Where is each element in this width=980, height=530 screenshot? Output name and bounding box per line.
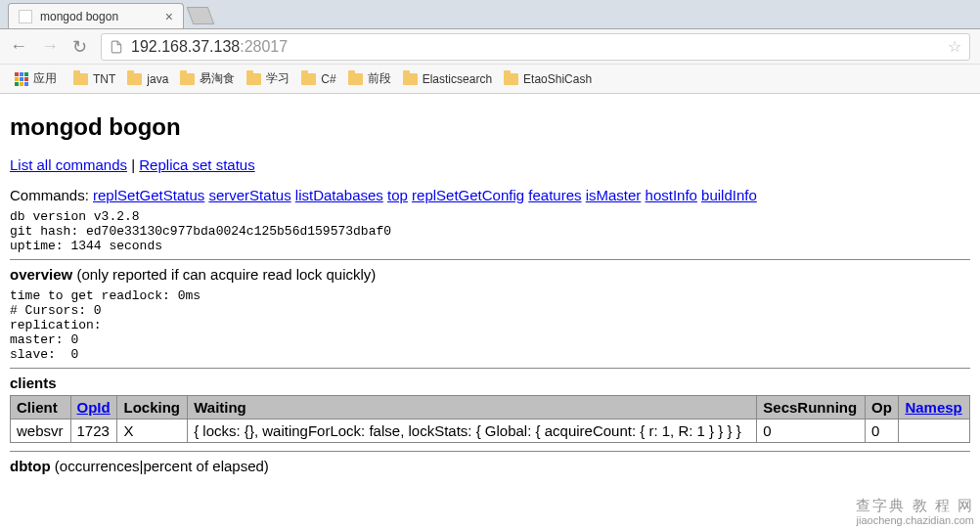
cmd-replsetgetconfig[interactable]: replSetGetConfig [412, 187, 524, 203]
overview-title: overview (only reported if can acquire r… [10, 266, 970, 283]
version-block: db version v3.2.8 git hash: ed70e33130c9… [10, 209, 970, 253]
divider [10, 368, 970, 369]
divider [10, 259, 970, 260]
reload-button[interactable]: ↻ [72, 36, 87, 58]
folder-icon [301, 73, 316, 85]
namesp-sort-link[interactable]: Namesp [905, 399, 961, 416]
bookmark-etaoshicash[interactable]: EtaoShiCash [504, 72, 592, 86]
dbtop-title: dbtop (occurrences|percent of elapsed) [10, 458, 970, 474]
cell-secs: 0 [757, 420, 866, 443]
page-content: mongod bogon List all commands | Replica… [0, 94, 980, 486]
table-row: websvr 1723 X { locks: {}, waitingForLoc… [11, 420, 970, 443]
cell-waiting: { locks: {}, waitingForLock: false, lock… [188, 420, 757, 443]
cell-ns [899, 420, 970, 443]
cmd-top[interactable]: top [387, 187, 408, 203]
divider [10, 451, 970, 452]
folder-icon [403, 73, 418, 85]
folder-icon [180, 73, 195, 85]
cell-client: websvr [11, 420, 71, 443]
apps-grid-icon [15, 72, 28, 86]
replica-set-status-link[interactable]: Replica set status [139, 156, 254, 173]
browser-tab[interactable]: mongod bogon × [8, 3, 184, 28]
bookmark-csharp[interactable]: C# [301, 72, 335, 86]
bookmark-qianduan[interactable]: 前段 [348, 70, 391, 87]
cmd-replsetgetstatus[interactable]: replSetGetStatus [93, 187, 204, 203]
bookmarks-bar: 应用 TNT java 易淘食 学习 C# 前段 Elasticsearch E… [0, 65, 980, 94]
list-all-commands-link[interactable]: List all commands [10, 156, 127, 173]
forward-button[interactable]: → [41, 36, 59, 57]
cmd-serverstatus[interactable]: serverStatus [208, 187, 290, 203]
tab-title: mongod bogon [40, 10, 118, 23]
bookmark-star-icon[interactable]: ☆ [948, 37, 961, 56]
cell-op: 0 [866, 420, 899, 443]
back-button[interactable]: ← [10, 36, 27, 57]
bookmark-tnt[interactable]: TNT [73, 72, 115, 86]
cell-opid: 1723 [70, 420, 117, 443]
bookmark-java[interactable]: java [127, 72, 168, 86]
page-title: mongod bogon [10, 113, 970, 141]
cmd-listdatabases[interactable]: listDatabases [295, 187, 383, 203]
bookmark-elasticsearch[interactable]: Elasticsearch [403, 72, 492, 86]
th-locking: Locking [117, 396, 188, 420]
th-secsrunning: SecsRunning [757, 396, 866, 420]
file-icon [110, 40, 123, 54]
tab-strip: mongod bogon × [0, 0, 980, 29]
commands-row: Commands: replSetGetStatus serverStatus … [10, 187, 970, 203]
new-tab-button[interactable] [187, 7, 215, 24]
th-waiting: Waiting [188, 396, 757, 420]
table-header-row: Client OpId Locking Waiting SecsRunning … [11, 396, 970, 420]
overview-body: time to get readlock: 0ms # Cursors: 0 r… [10, 288, 970, 362]
cell-locking: X [117, 420, 188, 443]
clients-title: clients [10, 375, 970, 391]
clients-table: Client OpId Locking Waiting SecsRunning … [10, 395, 970, 443]
th-namesp: Namesp [899, 396, 970, 420]
address-bar[interactable]: 192.168.37.138:28017 ☆ [101, 33, 970, 61]
top-links-row: List all commands | Replica set status [10, 156, 970, 173]
folder-icon [127, 73, 142, 85]
th-opid: OpId [70, 396, 117, 420]
folder-icon [73, 73, 88, 85]
opid-sort-link[interactable]: OpId [77, 399, 111, 416]
navigation-toolbar: ← → ↻ 192.168.37.138:28017 ☆ [0, 29, 980, 65]
close-icon[interactable]: × [154, 9, 173, 24]
url-text: 192.168.37.138:28017 [131, 38, 288, 56]
th-op: Op [866, 396, 899, 420]
cmd-features[interactable]: features [528, 187, 581, 203]
th-client: Client [11, 396, 71, 420]
apps-button[interactable]: 应用 [10, 67, 62, 90]
bookmark-yitaoshi[interactable]: 易淘食 [180, 70, 235, 87]
folder-icon [504, 73, 518, 85]
cmd-ismaster[interactable]: isMaster [586, 187, 642, 203]
commands-label: Commands: [10, 187, 93, 203]
tab-favicon [19, 10, 32, 23]
folder-icon [246, 73, 261, 85]
cmd-buildinfo[interactable]: buildInfo [701, 187, 757, 203]
folder-icon [348, 73, 363, 85]
bookmark-xuexi[interactable]: 学习 [246, 70, 290, 87]
cmd-hostinfo[interactable]: hostInfo [646, 187, 697, 203]
